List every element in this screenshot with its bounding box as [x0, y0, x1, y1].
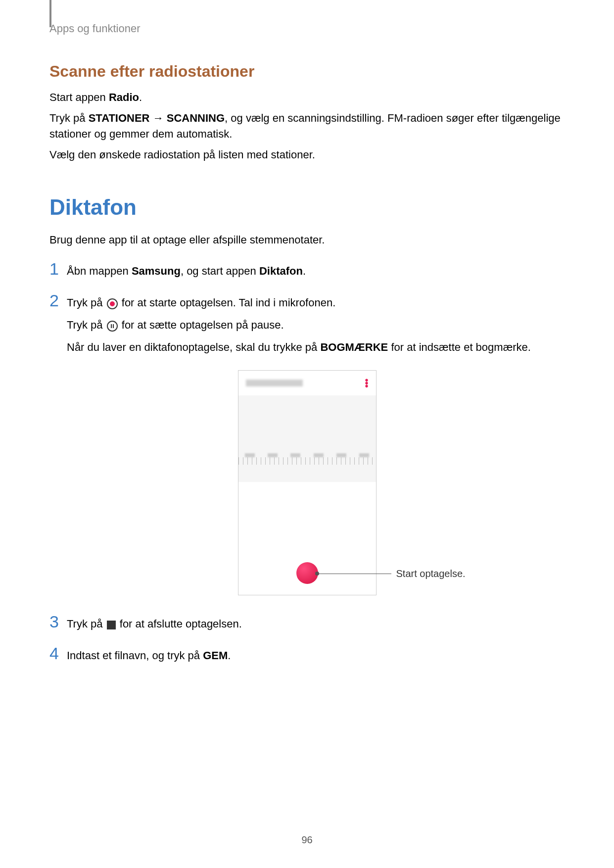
text-bold: Radio [109, 91, 139, 103]
stop-icon [107, 621, 116, 629]
timeline-labels [238, 453, 376, 457]
text: . [303, 265, 306, 277]
text: for at starte optagelsen. Tal ind i mikr… [119, 296, 336, 309]
phone-header: ••• [238, 371, 376, 395]
paragraph-stations-scanning: Tryk på STATIONER → SCANNING, og vælg en… [49, 110, 565, 142]
pause-icon [107, 321, 118, 332]
page-number: 96 [301, 834, 312, 846]
more-options-icon: ••• [365, 379, 368, 387]
text: for at sætte optagelsen på pause. [119, 319, 284, 331]
step-2: 2 Tryk på for at starte optagelsen. Tal … [49, 291, 565, 355]
header-marker [49, 0, 51, 27]
paragraph-start-radio: Start appen Radio. [49, 90, 565, 105]
step-number: 2 [49, 291, 67, 310]
text: Tryk på [67, 319, 106, 331]
text: Åbn mappen [67, 265, 132, 277]
text-bold: STATIONER [89, 112, 150, 124]
callout-label: Start optagelse. [396, 568, 466, 579]
text-bold: SCANNING [167, 112, 225, 124]
step-3: 3 Tryk på for at afslutte optagelsen. [49, 613, 565, 632]
paragraph-select-station: Vælg den ønskede radiostation på listen … [49, 147, 565, 163]
text-bold: Diktafon [259, 265, 303, 277]
text: Tryk på [67, 618, 106, 630]
step-number: 4 [49, 644, 67, 663]
step-number: 1 [49, 260, 67, 278]
heading-scan-radio: Scanne efter radiostationer [49, 62, 565, 81]
phone-illustration-container: ••• Start optagelse. [49, 370, 565, 595]
text: Start appen [49, 91, 109, 103]
heading-diktafon: Diktafon [49, 195, 565, 220]
text-bold: Samsung [132, 265, 181, 277]
step-number: 3 [49, 613, 67, 631]
text: Tryk på [49, 112, 89, 124]
text: Når du laver en diktafonoptagelse, skal … [67, 341, 320, 353]
step-1: 1 Åbn mappen Samsung, og start appen Dik… [49, 260, 565, 279]
text-bold: GEM [203, 649, 228, 662]
paragraph-diktafon-intro: Brug denne app til at optage eller afspi… [49, 232, 565, 248]
record-icon [107, 298, 118, 309]
text: , og start appen [181, 265, 259, 277]
text: . [228, 649, 231, 662]
text: Tryk på [67, 296, 106, 309]
text: for at afslutte optagelsen. [117, 618, 242, 630]
breadcrumb: Apps og funktioner [49, 22, 565, 35]
callout-line [317, 574, 391, 574]
text-bold: BOGMÆRKE [320, 341, 388, 353]
text: Indtast et filnavn, og tryk på [67, 649, 203, 662]
arrow: → [150, 112, 167, 124]
phone-mockup: ••• [238, 370, 377, 595]
step-4: 4 Indtast et filnavn, og tryk på GEM. [49, 644, 565, 664]
text: . [139, 91, 142, 103]
blurred-app-title [246, 380, 303, 386]
text: for at indsætte et bogmærke. [388, 341, 531, 353]
waveform-area [238, 395, 376, 482]
